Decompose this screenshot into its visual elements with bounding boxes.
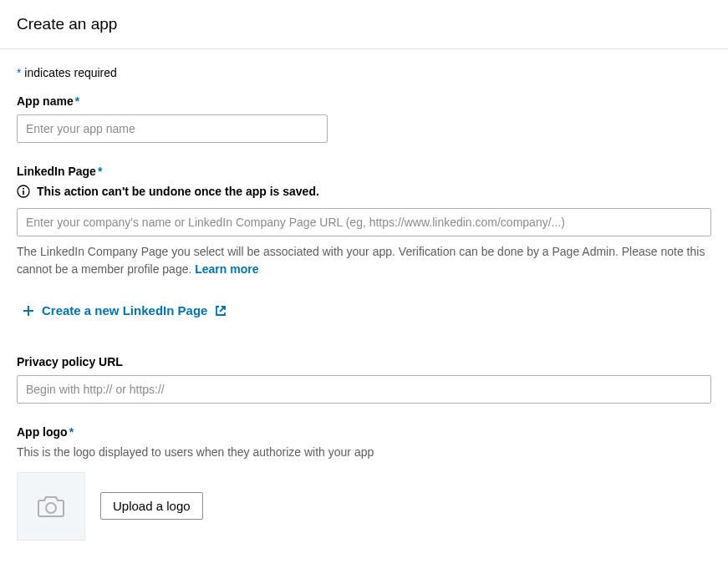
svg-point-1 [23, 188, 24, 190]
warning-text: This action can't be undone once the app… [37, 185, 319, 198]
app-logo-section: App logo* This is the logo displayed to … [17, 425, 711, 541]
warning-row: This action can't be undone once the app… [17, 185, 711, 198]
plus-icon [22, 304, 35, 317]
form-content: * indicates required App name* LinkedIn … [0, 49, 728, 574]
required-note-text: indicates required [21, 66, 116, 79]
logo-upload-row: Upload a logo [17, 472, 711, 541]
svg-rect-2 [23, 190, 24, 195]
info-icon [17, 185, 30, 198]
app-name-label: App name* [17, 94, 711, 108]
page-title: Create an app [17, 15, 711, 33]
privacy-url-label: Privacy policy URL [17, 355, 711, 368]
asterisk-icon: * [69, 425, 74, 439]
learn-more-link[interactable]: Learn more [195, 262, 258, 276]
create-page-link-text: Create a new LinkedIn Page [42, 303, 207, 317]
app-logo-label-text: App logo [17, 425, 68, 439]
app-logo-description: This is the logo displayed to users when… [17, 445, 711, 459]
logo-placeholder[interactable] [17, 472, 85, 541]
privacy-url-input[interactable] [17, 375, 711, 404]
app-name-input[interactable] [17, 114, 328, 143]
asterisk-icon: * [75, 94, 79, 108]
app-name-label-text: App name [17, 94, 74, 108]
help-text-content: The LinkedIn Company Page you select wil… [17, 245, 705, 276]
upload-logo-button[interactable]: Upload a logo [100, 492, 203, 520]
linkedin-page-section: LinkedIn Page* This action can't be undo… [17, 165, 711, 320]
external-link-icon [214, 304, 227, 317]
linkedin-page-input[interactable] [17, 208, 711, 236]
page-header: Create an app [0, 0, 728, 49]
linkedin-page-help: The LinkedIn Company Page you select wil… [17, 243, 711, 278]
asterisk-icon: * [98, 165, 102, 178]
create-linkedin-page-link[interactable]: Create a new LinkedIn Page [22, 303, 227, 317]
camera-icon [37, 495, 65, 518]
linkedin-page-label: LinkedIn Page* [17, 165, 711, 178]
privacy-url-section: Privacy policy URL [17, 355, 711, 404]
app-name-section: App name* [17, 94, 711, 143]
app-logo-label: App logo* [17, 425, 711, 439]
linkedin-page-label-text: LinkedIn Page [17, 165, 96, 178]
svg-point-3 [46, 503, 56, 513]
required-indicator-note: * indicates required [17, 66, 711, 79]
